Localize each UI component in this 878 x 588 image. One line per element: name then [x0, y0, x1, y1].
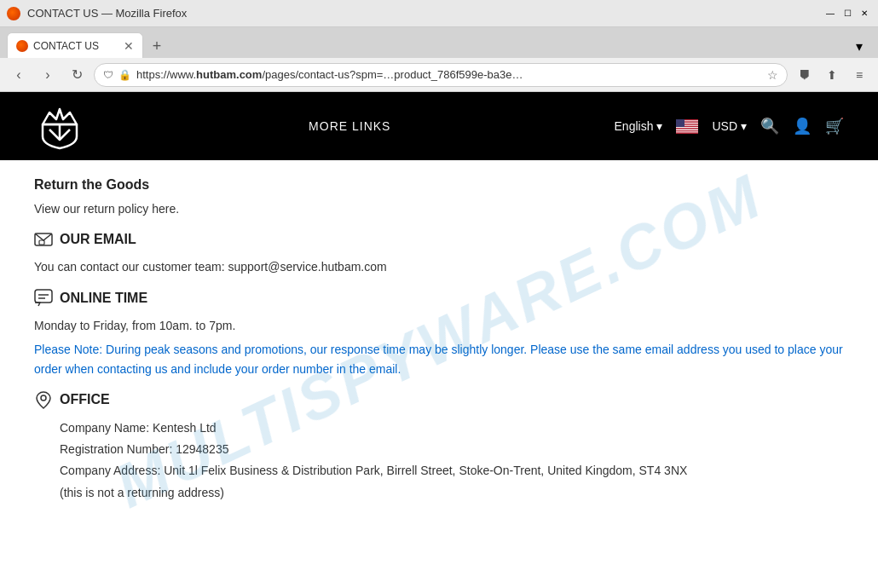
page-content: Return the Goods View our return policy …	[0, 160, 878, 588]
return-policy-text: View our return policy here.	[34, 199, 844, 218]
svg-rect-9	[676, 127, 698, 128]
online-section-heading: ONLINE TIME	[34, 289, 844, 308]
return-goods-heading: Return the Goods	[34, 177, 844, 193]
us-flag-icon	[676, 119, 698, 134]
address-box[interactable]: 🛡 🔒 https://www.hutbam.com/pages/contact…	[94, 63, 788, 87]
chat-icon	[34, 289, 53, 308]
svg-point-21	[41, 395, 46, 401]
maximize-button[interactable]: ☐	[840, 7, 854, 20]
language-selector[interactable]: English ▾	[615, 119, 663, 133]
titlebar-title: CONTACT US — Mozilla Firefox	[27, 7, 187, 20]
currency-chevron-icon: ▾	[741, 119, 747, 133]
back-button[interactable]: ‹	[7, 63, 31, 87]
lock-icon: 🔒	[118, 69, 131, 81]
firefox-icon	[7, 7, 20, 20]
lang-chevron-icon: ▾	[656, 119, 662, 133]
tab-favicon	[16, 40, 28, 52]
tab-close-button[interactable]: ✕	[124, 40, 134, 52]
address-note: (this is not a returning address)	[60, 482, 844, 504]
new-tab-button[interactable]: +	[145, 34, 169, 58]
currency-label: USD	[712, 119, 737, 133]
office-section-heading: OFFICE	[34, 390, 844, 409]
svg-rect-10	[676, 128, 698, 129]
toolbar-icons: ⛊ ⬆ ≡	[793, 63, 871, 87]
svg-rect-13	[676, 131, 698, 132]
office-heading-label: OFFICE	[60, 392, 110, 407]
email-heading-label: OUR EMAIL	[60, 232, 136, 247]
minimize-button[interactable]: —	[823, 7, 837, 20]
addressbar: ‹ › ↻ 🛡 🔒 https://www.hutbam.com/pages/c…	[0, 58, 878, 92]
search-icon[interactable]: 🔍	[760, 117, 779, 135]
tab-label: CONTACT US	[33, 40, 118, 52]
titlebar-controls: — ☐ ✕	[823, 7, 871, 20]
tab-contact-us[interactable]: CONTACT US ✕	[7, 32, 143, 58]
header-right: English ▾ USD ▾ 🔍 👤 🛒	[615, 117, 844, 135]
svg-rect-14	[676, 132, 698, 133]
email-text: You can contact our customer team: suppo…	[34, 257, 844, 276]
svg-rect-12	[676, 130, 698, 131]
refresh-button[interactable]: ↻	[65, 63, 89, 87]
online-line2: Please Note: During peak seasons and pro…	[34, 340, 844, 378]
location-icon	[34, 390, 53, 409]
svg-marker-0	[43, 109, 77, 124]
site-header: MORE LINKS English ▾ USD ▾ 🔍	[0, 92, 878, 160]
lang-label: English	[615, 119, 654, 133]
more-links-nav[interactable]: MORE LINKS	[309, 119, 390, 133]
office-info: Company Name: Kentesh Ltd Registration N…	[60, 418, 844, 504]
menu-icon[interactable]: ≡	[847, 63, 871, 87]
forward-button[interactable]: ›	[36, 63, 60, 87]
logo-svg	[34, 101, 85, 152]
shield-icon: 🛡	[103, 69, 113, 81]
tab-list-button[interactable]: ▾	[847, 34, 871, 58]
titlebar-left: CONTACT US — Mozilla Firefox	[7, 7, 187, 20]
reg-number: Registration Number: 12948235	[60, 439, 844, 460]
company-name: Company Name: Kentesh Ltd	[60, 418, 844, 439]
header-nav: MORE LINKS	[102, 119, 598, 133]
company-address: Company Address: Unit 1l Felix Business …	[60, 460, 844, 481]
close-button[interactable]: ✕	[858, 7, 871, 20]
tabbar: CONTACT US ✕ + ▾	[0, 27, 878, 58]
titlebar: CONTACT US — Mozilla Firefox — ☐ ✕	[0, 0, 878, 27]
svg-rect-11	[676, 129, 698, 130]
email-icon	[34, 230, 53, 249]
url-text: https://www.hutbam.com/pages/contact-us?…	[136, 68, 762, 81]
user-icon[interactable]: 👤	[793, 117, 812, 135]
pocket-icon[interactable]: ⛊	[793, 63, 817, 87]
svg-rect-15	[676, 119, 684, 127]
share-icon[interactable]: ⬆	[820, 63, 844, 87]
svg-rect-18	[35, 290, 52, 303]
bookmark-star-icon[interactable]: ☆	[767, 68, 778, 82]
online-heading-label: ONLINE TIME	[60, 291, 147, 306]
currency-selector[interactable]: USD ▾	[712, 119, 747, 133]
cart-icon[interactable]: 🛒	[825, 117, 844, 135]
online-line1: Monday to Friday, from 10am. to 7pm.	[34, 316, 844, 335]
email-section-heading: OUR EMAIL	[34, 230, 844, 249]
logo[interactable]	[34, 101, 85, 152]
